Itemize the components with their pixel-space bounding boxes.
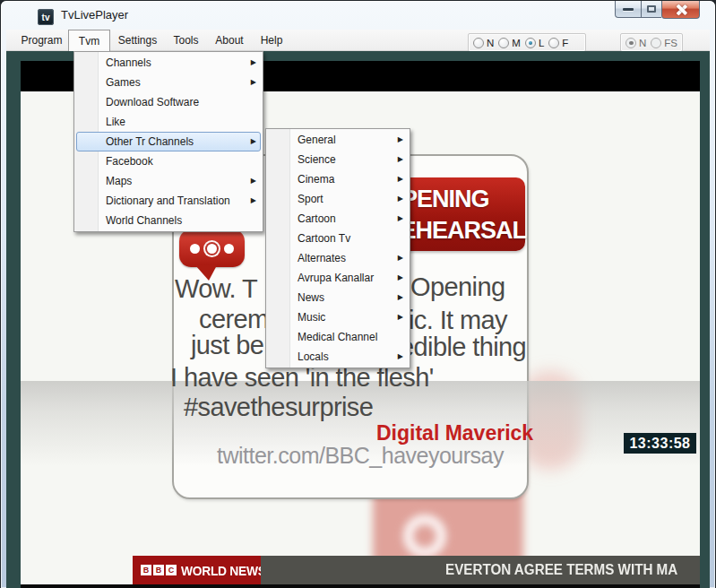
tvm-dropdown-menu: Channels Games Download Software Like Ot… (73, 51, 263, 232)
menuitem-label: Dictionary and Translation (106, 195, 230, 207)
menuitem-maps[interactable]: Maps (74, 171, 263, 191)
menuitem-label: Avrupa Kanallar (298, 272, 374, 284)
bbc-logo-block: B B C WORLD NEWS (133, 556, 261, 584)
menu-tvm[interactable]: Tvm (68, 30, 110, 51)
submenuitem-alternates[interactable]: Alternates (266, 248, 410, 268)
menu-bar: Program Tvm Settings Tools About Help N … (6, 30, 710, 51)
radio-fullscreen: FS (651, 38, 677, 48)
tweet-author: Digital Maverick (376, 421, 533, 445)
menuitem-label: Facebook (106, 155, 153, 168)
submenuitem-medical-channel[interactable]: Medical Channel (266, 327, 410, 347)
radio-l[interactable]: L (525, 38, 544, 48)
radio-l-dot (525, 38, 536, 48)
ticker-headline: EVERTON AGREE TERMS WITH MA (445, 562, 677, 578)
close-button[interactable] (661, 1, 700, 19)
menuitem-label: Sport (298, 193, 323, 205)
news-ticker: B B C WORLD NEWS EVERTON AGREE TERMS WIT… (21, 556, 700, 584)
quality-radio-group: N M L F (468, 33, 586, 52)
menuitem-download-software[interactable]: Download Software (74, 92, 263, 112)
minimize-button[interactable] (615, 1, 642, 18)
app-window: tv TvLivePlayer Program Tvm Settings Too… (0, 0, 716, 588)
bbc-letter: C (166, 565, 177, 575)
screen-mode-radio-group: N FS (620, 33, 683, 52)
radio-n[interactable]: N (473, 38, 494, 48)
ticker-bar: EVERTON AGREE TERMS WITH MA (261, 556, 700, 584)
menuitem-label: Channels (106, 56, 151, 69)
menu-about[interactable]: About (207, 30, 252, 51)
close-icon (675, 4, 687, 15)
radio-l-label: L (539, 38, 544, 48)
clock-overlay: 13:33:58 (624, 433, 696, 454)
menuitem-label: Like (106, 116, 125, 128)
menuitem-like[interactable]: Like (74, 112, 263, 132)
menuitem-label: Cartoon (298, 212, 336, 225)
menuitem-label: News (298, 291, 324, 304)
submenuitem-avrupa-kanallar[interactable]: Avrupa Kanallar (266, 268, 410, 288)
menuitem-label: Cartoon Tv (298, 232, 350, 245)
radio-normal: N (625, 38, 646, 48)
twitter-url: twitter.com/BBC_haveyoursay (217, 443, 504, 469)
menu-help[interactable]: Help (252, 30, 291, 51)
tweet-text-fragment: ic. It may (409, 306, 507, 335)
maximize-icon (647, 5, 656, 13)
radio-normal-dot (625, 38, 636, 48)
submenuitem-locals[interactable]: Locals (266, 347, 410, 367)
submenuitem-cinema[interactable]: Cinema (266, 169, 410, 189)
radio-fullscreen-dot (651, 38, 661, 48)
title-bar[interactable]: tv TvLivePlayer (0, 0, 716, 30)
maximize-button[interactable] (642, 1, 661, 18)
menu-program[interactable]: Program (15, 30, 68, 51)
submenuitem-music[interactable]: Music (266, 307, 410, 327)
bubble-dot (190, 244, 200, 254)
radio-n-dot (473, 38, 484, 48)
radio-fullscreen-label: FS (664, 38, 677, 48)
menuitem-label: Music (298, 311, 325, 324)
radio-m-dot (498, 38, 509, 48)
menuitem-channels[interactable]: Channels (74, 53, 263, 73)
bbc-letter: B (153, 565, 164, 575)
menuitem-games[interactable]: Games (74, 73, 263, 92)
submenuitem-cartoon[interactable]: Cartoon (266, 209, 410, 229)
tweet-hashtag: #savethesurprise (184, 393, 373, 422)
submenuitem-cartoon-tv[interactable]: Cartoon Tv (266, 229, 410, 248)
menuitem-label: Download Software (106, 96, 199, 108)
radio-m[interactable]: M (498, 38, 521, 48)
radio-n-label: N (487, 38, 494, 48)
menuitem-facebook[interactable]: Facebook (74, 151, 263, 171)
menu-tools[interactable]: Tools (165, 30, 207, 51)
tweet-text-fragment: edible thing (400, 333, 526, 362)
menuitem-dictionary-translation[interactable]: Dictionary and Translation (74, 191, 263, 211)
submenuitem-science[interactable]: Science (266, 150, 410, 169)
bubble-dot (224, 244, 234, 254)
tweet-text-fragment: just be (191, 331, 263, 360)
submenuitem-news[interactable]: News (266, 288, 410, 307)
menuitem-other-tr-channels[interactable]: Other Tr Channels (76, 132, 261, 151)
radio-f[interactable]: F (548, 38, 568, 48)
tweet-text-fragment: Opening (410, 272, 505, 302)
radio-f-dot (548, 38, 559, 48)
bbc-letter: B (141, 565, 151, 575)
menu-settings[interactable]: Settings (110, 30, 165, 51)
menuitem-label: Cinema (298, 173, 334, 186)
menuitem-world-channels[interactable]: World Channels (74, 211, 263, 230)
minimize-icon (623, 8, 634, 11)
app-icon: tv (38, 9, 54, 25)
menuitem-label: Science (298, 153, 336, 166)
radio-m-label: M (512, 38, 521, 48)
other-tr-channels-submenu: General Science Cinema Sport Cartoon Car… (265, 128, 410, 368)
video-bottom-edge (21, 584, 700, 588)
menuitem-label: World Channels (106, 214, 182, 227)
window-controls (615, 1, 700, 19)
bubble-tail (195, 265, 217, 281)
submenuitem-general[interactable]: General (266, 130, 410, 150)
channel-name: WORLD NEWS (181, 563, 266, 578)
submenuitem-sport[interactable]: Sport (266, 189, 410, 209)
radio-f-label: F (562, 38, 568, 48)
menuitem-label: Alternates (298, 252, 346, 264)
menuitem-label: Maps (106, 175, 132, 187)
menuitem-label: Medical Channel (298, 331, 377, 343)
menuitem-label: Locals (298, 350, 329, 363)
bubble-dot-ring (207, 244, 217, 254)
menuitem-label: Games (106, 76, 141, 89)
radio-normal-label: N (639, 38, 646, 48)
